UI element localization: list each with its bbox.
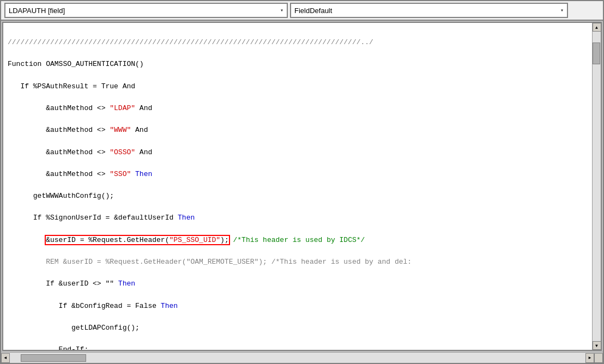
code-line-12: If &userID <> "" Then (8, 278, 588, 289)
type-dropdown[interactable]: FieldDefault ▾ (290, 3, 568, 18)
toolbar: LDAPAUTH [field] ▾ FieldDefault ▾ (1, 1, 603, 21)
scroll-track-h[interactable] (10, 353, 585, 363)
code-editor[interactable]: ////////////////////////////////////////… (3, 23, 592, 350)
scroll-thumb-h[interactable] (21, 354, 86, 362)
field-dropdown-arrow: ▾ (280, 7, 283, 14)
scroll-left-button[interactable]: ◄ (1, 353, 10, 363)
resize-corner (594, 353, 603, 363)
scroll-down-button[interactable]: ▼ (593, 341, 601, 350)
code-line-11: REM &userID = %Request.GetHeader("OAM_RE… (8, 257, 588, 268)
type-dropdown-arrow: ▾ (560, 7, 564, 14)
code-line-8: getWWWAuthConfig(); (8, 191, 588, 202)
code-line-7: &authMethod <> "SSO" Then (8, 169, 588, 180)
scroll-thumb-v[interactable] (593, 43, 600, 64)
code-line-2: Function OAMSSO_AUTHENTICATION() (8, 59, 588, 70)
bottom-bar: ◄ ► (1, 352, 603, 363)
code-line-4: &authMethod <> "LDAP" And (8, 103, 588, 114)
vertical-scrollbar[interactable]: ▲ ▼ (592, 23, 601, 350)
code-line-6: &authMethod <> "OSSO" And (8, 147, 588, 158)
main-window: LDAPAUTH [field] ▾ FieldDefault ▾ //////… (0, 0, 604, 364)
code-line-5: &authMethod <> "WWW" And (8, 125, 588, 136)
code-line-1: ////////////////////////////////////////… (8, 37, 588, 48)
code-line-15: End-If; (8, 344, 588, 350)
scroll-right-button[interactable]: ► (585, 353, 594, 363)
scroll-up-button[interactable]: ▲ (593, 23, 601, 32)
type-dropdown-label: FieldDefault (294, 7, 558, 15)
code-line-14: getLDAPConfig(); (8, 323, 588, 333)
editor-area: ////////////////////////////////////////… (2, 22, 602, 351)
field-dropdown-label: LDAPAUTH [field] (9, 7, 278, 15)
field-dropdown[interactable]: LDAPAUTH [field] ▾ (4, 3, 288, 18)
code-line-9: If %SignonUserId = &defaultUserId Then (8, 213, 588, 223)
code-line-3: If %PSAuthResult = True And (8, 81, 588, 92)
code-line-10: &userID = %Request.GetHeader("PS_SSO_UID… (8, 235, 588, 246)
code-line-13: If &bConfigRead = False Then (8, 301, 588, 312)
